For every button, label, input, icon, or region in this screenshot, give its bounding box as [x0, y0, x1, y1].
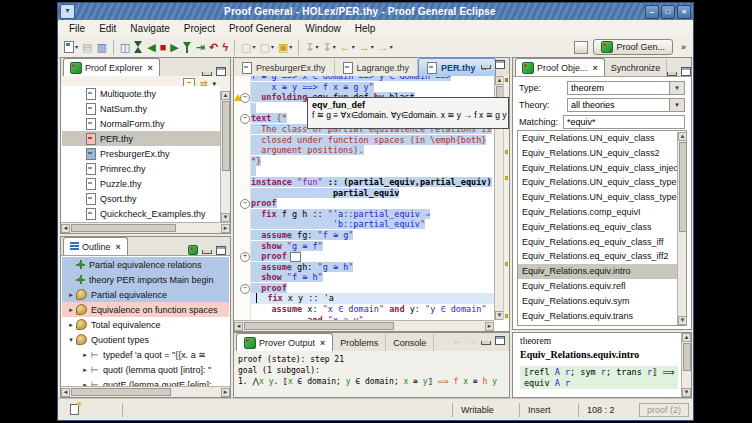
- stop-button[interactable]: ■: [158, 39, 169, 55]
- open-goal-button[interactable]: ◫: [118, 39, 132, 55]
- outline-item[interactable]: ▾Quotient types: [62, 332, 229, 347]
- outline-item[interactable]: ▸⊢quotI (lemma quotI [intro]: ": [62, 362, 229, 377]
- theorem-list-item[interactable]: Equiv_Relations.UN_equiv_class: [518, 131, 686, 146]
- editor-line[interactable]: x ≅ y ==> f x ≅ g y": [251, 82, 494, 93]
- editor-line[interactable]: *}: [251, 156, 494, 167]
- fold-minus-icon[interactable]: −: [240, 199, 250, 209]
- minimize-view-icon[interactable]: [667, 72, 677, 76]
- chevron-down-icon[interactable]: ▼: [669, 82, 684, 94]
- outline-item[interactable]: ▸Equivalence on function spaces: [62, 302, 229, 317]
- tab-problems[interactable]: Problems: [333, 334, 386, 351]
- menu-window[interactable]: Window: [298, 22, 348, 35]
- fold-minus-icon[interactable]: −: [240, 114, 250, 124]
- theorem-list-item[interactable]: Equiv_Relations.UN_equiv_class_type: [518, 175, 686, 190]
- menu-project[interactable]: Project: [177, 22, 222, 35]
- perspective-proof-general-button[interactable]: Proof Gen...: [593, 39, 673, 55]
- matching-input[interactable]: [563, 115, 685, 129]
- editor-line[interactable]: assume gh: "g ≅ h": [251, 262, 494, 273]
- tab-prover-output[interactable]: Prover Output×: [236, 333, 333, 351]
- tree-collapsed-icon[interactable]: ▸: [80, 351, 90, 359]
- tab-proof-explorer[interactable]: Proof Explorer ×: [63, 58, 160, 76]
- editor-line[interactable]: proof: [251, 283, 494, 294]
- run-to-end-button[interactable]: ⇥: [194, 39, 207, 55]
- activate-prover-button[interactable]: [132, 39, 145, 55]
- tree-collapsed-icon[interactable]: ▸: [66, 291, 76, 299]
- theorem-list-item[interactable]: Equiv_Relations.UN_equiv_class_inject: [518, 161, 686, 176]
- fast-view-icon[interactable]: [70, 404, 79, 415]
- goto-target-button[interactable]: [181, 39, 194, 55]
- maximize-editor-icon[interactable]: [495, 60, 505, 69]
- menu-edit[interactable]: Edit: [92, 22, 123, 35]
- minimize-editor-icon[interactable]: [481, 65, 491, 69]
- close-button[interactable]: ×: [677, 5, 691, 19]
- minimize-view-icon[interactable]: [481, 341, 491, 345]
- editor-line[interactable]: assume x: "x ∈ domain" and y: "y ∈ domai…: [251, 304, 494, 315]
- minimize-view-icon[interactable]: [202, 250, 212, 254]
- maximize-view-icon[interactable]: [216, 246, 226, 255]
- next-step-button[interactable]: ▶: [168, 39, 180, 55]
- theory-combo[interactable]: all theories ▼: [567, 98, 685, 112]
- file-item[interactable]: PER.thy: [62, 131, 220, 146]
- close-icon[interactable]: ×: [593, 63, 598, 73]
- tree-collapsed-icon[interactable]: ▸: [66, 306, 76, 314]
- menu-proof-general[interactable]: Proof General: [222, 22, 298, 35]
- copy-tool-button[interactable]: ▢▾: [239, 39, 257, 55]
- outline-item[interactable]: ▸Partial equivalence: [62, 287, 229, 302]
- theorem-list-item[interactable]: Equiv_Relations.UN_equiv_class2: [518, 146, 686, 161]
- close-icon[interactable]: ×: [148, 63, 153, 73]
- file-item[interactable]: Puzzle.thy: [62, 176, 220, 191]
- theorem-list-item[interactable]: Equiv_Relations.UN_equiv_class_type2: [518, 190, 686, 205]
- undo-all-button[interactable]: ↶: [207, 39, 220, 55]
- file-item[interactable]: NatSum.thy: [62, 101, 220, 116]
- file-item[interactable]: Qsort.thy: [62, 191, 220, 206]
- editor-line[interactable]: proof: [251, 251, 494, 262]
- menu-navigate[interactable]: Navigate: [123, 22, 176, 35]
- toolbar-overflow-chevron[interactable]: »: [681, 42, 686, 52]
- theorem-list-item[interactable]: Equiv_Relations.equiv.trans: [518, 309, 686, 324]
- outline-item[interactable]: Partial equivalence relations: [62, 257, 229, 272]
- open-perspective-button[interactable]: [574, 41, 588, 54]
- window-menu-icon[interactable]: ▾: [60, 4, 75, 19]
- fold-plus-icon[interactable]: +: [240, 252, 250, 262]
- tab-proof-objects[interactable]: Proof Obje... ×: [515, 58, 605, 76]
- maximize-view-icon[interactable]: [216, 67, 226, 76]
- save-button[interactable]: ▤: [80, 39, 94, 55]
- outline-item[interactable]: ▸⊢quotE (lemma quotE [elim]:: [62, 377, 229, 386]
- outline-item[interactable]: ▸Total equivalence: [62, 317, 229, 332]
- editor-line[interactable]: closed under function spaces (in \emph{b…: [251, 135, 494, 146]
- folder-tool-button[interactable]: ▣▾: [276, 39, 294, 55]
- explorer-hscrollbar[interactable]: ◄ ►: [61, 222, 230, 233]
- detail-vscrollbar[interactable]: ▲ ▼: [681, 333, 691, 397]
- editor-hscrollbar[interactable]: ◄ ►: [234, 320, 494, 331]
- tab-console[interactable]: Console: [386, 334, 434, 351]
- file-item[interactable]: NormalForm.thy: [62, 116, 220, 131]
- editor-line[interactable]: partial_equiv: [251, 188, 494, 199]
- editor-line[interactable]: assume fg: "f ≅ g": [251, 230, 494, 241]
- editor-line[interactable]: 'b::partial_equiv": [251, 219, 494, 230]
- theorem-list-item[interactable]: Equiv_Relations.eq_equiv_class_iff: [518, 235, 686, 250]
- theorem-list-item[interactable]: Equiv_Relations.equiv.intro: [518, 264, 686, 279]
- theorem-list-item[interactable]: Equiv_Relations.comp_equivI: [518, 205, 686, 220]
- maximize-button[interactable]: □: [661, 5, 675, 19]
- next-annotation-button[interactable]: ↧▾: [321, 39, 338, 55]
- menu-file[interactable]: File: [62, 22, 92, 35]
- maximize-view-icon[interactable]: [495, 336, 505, 345]
- theorem-list-item[interactable]: Equiv_Relations.eq_equiv_class: [518, 220, 686, 235]
- outline-sync-button[interactable]: [188, 245, 198, 255]
- theorem-list-item[interactable]: Equiv_Relations.equiv.sym: [518, 294, 686, 309]
- minimize-button[interactable]: –: [645, 5, 659, 19]
- theorem-list-item[interactable]: Equiv_Relations.equiv.refl: [518, 279, 686, 294]
- menu-help[interactable]: Help: [348, 22, 383, 35]
- close-icon[interactable]: ×: [116, 242, 121, 252]
- proof-progress-button[interactable]: proof (2): [639, 403, 689, 417]
- tab-outline[interactable]: Outline ×: [63, 237, 128, 255]
- fold-minus-icon[interactable]: −: [240, 93, 250, 103]
- editor-line[interactable]: argument positions).: [251, 145, 494, 156]
- outline-hscrollbar[interactable]: ◄ ►: [61, 386, 230, 397]
- editor-body[interactable]: −−−+− f ≅ g ==> x ∈ domain ==> y ∈ domai…: [234, 76, 509, 331]
- editor-tab-lagrange-thy[interactable]: Lagrange.thy: [335, 59, 419, 76]
- prover-back-button[interactable]: ←: [453, 335, 463, 346]
- tree-collapsed-icon[interactable]: ▸: [66, 321, 76, 329]
- maximize-view-icon[interactable]: [681, 67, 691, 76]
- restart-prover-button[interactable]: ϟ: [220, 39, 230, 55]
